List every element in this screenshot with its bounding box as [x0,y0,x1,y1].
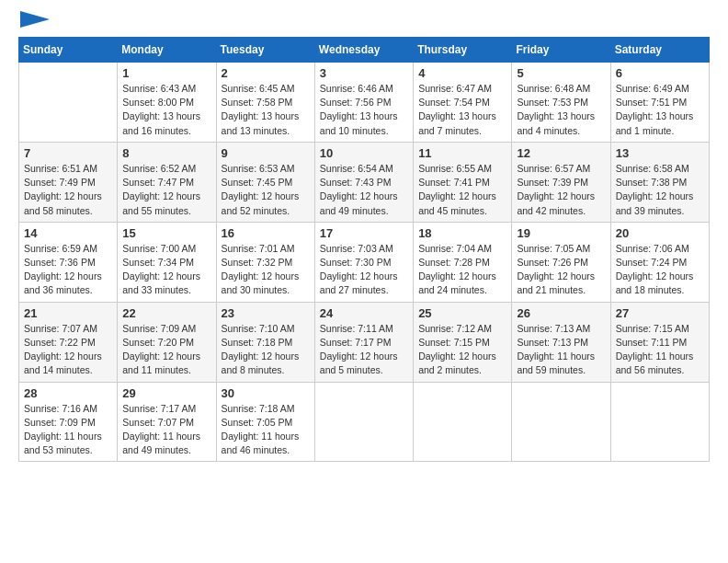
day-number: 8 [122,146,210,160]
day-info: Sunrise: 7:05 AMSunset: 7:26 PMDaylight:… [517,242,605,298]
day-number: 4 [418,66,506,80]
day-number: 10 [320,146,408,160]
calendar-cell: 25Sunrise: 7:12 AMSunset: 7:15 PMDayligh… [414,302,512,382]
day-info: Sunrise: 7:07 AMSunset: 7:22 PMDaylight:… [24,322,112,378]
calendar-cell: 27Sunrise: 7:15 AMSunset: 7:11 PMDayligh… [610,302,709,382]
day-header-wednesday: Wednesday [314,38,413,63]
day-number: 7 [24,146,112,160]
calendar-cell: 14Sunrise: 6:59 AMSunset: 7:36 PMDayligh… [19,222,118,302]
day-info: Sunrise: 6:59 AMSunset: 7:36 PMDaylight:… [24,242,112,298]
day-number: 14 [24,226,112,240]
calendar-cell: 7Sunrise: 6:51 AMSunset: 7:49 PMDaylight… [19,142,118,222]
day-info: Sunrise: 6:52 AMSunset: 7:47 PMDaylight:… [122,162,210,218]
day-number: 28 [24,386,112,400]
logo-arrow-icon [20,11,50,28]
day-info: Sunrise: 7:01 AMSunset: 7:32 PMDaylight:… [222,242,310,298]
day-info: Sunrise: 7:04 AMSunset: 7:28 PMDaylight:… [418,242,506,298]
calendar-cell: 1Sunrise: 6:43 AMSunset: 8:00 PMDaylight… [118,63,216,143]
calendar-cell: 15Sunrise: 7:00 AMSunset: 7:34 PMDayligh… [118,222,216,302]
calendar-cell: 29Sunrise: 7:17 AMSunset: 7:07 PMDayligh… [118,382,216,462]
day-info: Sunrise: 7:09 AMSunset: 7:20 PMDaylight:… [122,322,210,378]
calendar-cell: 24Sunrise: 7:11 AMSunset: 7:17 PMDayligh… [314,302,413,382]
day-info: Sunrise: 6:58 AMSunset: 7:38 PMDaylight:… [616,162,704,218]
day-number: 3 [320,66,408,80]
svg-marker-0 [20,11,50,28]
day-header-friday: Friday [512,38,610,63]
calendar-cell [610,382,709,462]
header-row: SundayMondayTuesdayWednesdayThursdayFrid… [19,38,710,63]
day-info: Sunrise: 7:00 AMSunset: 7:34 PMDaylight:… [122,242,210,298]
week-row-3: 14Sunrise: 6:59 AMSunset: 7:36 PMDayligh… [19,222,710,302]
day-header-thursday: Thursday [414,38,512,63]
calendar-cell: 11Sunrise: 6:55 AMSunset: 7:41 PMDayligh… [414,142,512,222]
week-row-5: 28Sunrise: 7:16 AMSunset: 7:09 PMDayligh… [19,382,710,462]
calendar-cell: 5Sunrise: 6:48 AMSunset: 7:53 PMDaylight… [512,63,610,143]
day-info: Sunrise: 6:43 AMSunset: 8:00 PMDaylight:… [122,82,210,138]
calendar-cell: 21Sunrise: 7:07 AMSunset: 7:22 PMDayligh… [19,302,118,382]
calendar-cell: 4Sunrise: 6:47 AMSunset: 7:54 PMDaylight… [414,63,512,143]
day-number: 6 [616,66,704,80]
day-info: Sunrise: 7:16 AMSunset: 7:09 PMDaylight:… [24,402,112,458]
day-number: 19 [517,226,605,240]
calendar-cell: 12Sunrise: 6:57 AMSunset: 7:39 PMDayligh… [512,142,610,222]
day-info: Sunrise: 7:10 AMSunset: 7:18 PMDaylight:… [222,322,310,378]
day-number: 24 [320,306,408,320]
day-info: Sunrise: 6:49 AMSunset: 7:51 PMDaylight:… [616,82,704,138]
calendar-cell: 20Sunrise: 7:06 AMSunset: 7:24 PMDayligh… [610,222,709,302]
day-number: 9 [222,146,310,160]
day-info: Sunrise: 7:12 AMSunset: 7:15 PMDaylight:… [418,322,506,378]
day-header-monday: Monday [118,38,216,63]
calendar-cell: 22Sunrise: 7:09 AMSunset: 7:20 PMDayligh… [118,302,216,382]
calendar-cell: 28Sunrise: 7:16 AMSunset: 7:09 PMDayligh… [19,382,118,462]
calendar-cell [19,63,118,143]
week-row-1: 1Sunrise: 6:43 AMSunset: 8:00 PMDaylight… [19,63,710,143]
day-number: 11 [418,146,506,160]
page-header [18,18,710,28]
day-info: Sunrise: 6:53 AMSunset: 7:45 PMDaylight:… [222,162,310,218]
calendar-cell: 30Sunrise: 7:18 AMSunset: 7:05 PMDayligh… [216,382,314,462]
day-info: Sunrise: 6:45 AMSunset: 7:58 PMDaylight:… [222,82,310,138]
calendar-cell: 9Sunrise: 6:53 AMSunset: 7:45 PMDaylight… [216,142,314,222]
calendar-cell [314,382,413,462]
calendar-cell [512,382,610,462]
calendar-cell: 2Sunrise: 6:45 AMSunset: 7:58 PMDaylight… [216,63,314,143]
calendar-cell: 26Sunrise: 7:13 AMSunset: 7:13 PMDayligh… [512,302,610,382]
day-info: Sunrise: 6:46 AMSunset: 7:56 PMDaylight:… [320,82,408,138]
calendar-table: SundayMondayTuesdayWednesdayThursdayFrid… [18,37,710,462]
day-number: 21 [24,306,112,320]
day-header-saturday: Saturday [610,38,709,63]
calendar-cell: 6Sunrise: 6:49 AMSunset: 7:51 PMDaylight… [610,63,709,143]
day-info: Sunrise: 7:03 AMSunset: 7:30 PMDaylight:… [320,242,408,298]
day-info: Sunrise: 6:51 AMSunset: 7:49 PMDaylight:… [24,162,112,218]
day-number: 16 [222,226,310,240]
day-number: 26 [517,306,605,320]
day-info: Sunrise: 7:11 AMSunset: 7:17 PMDaylight:… [320,322,408,378]
calendar-cell: 23Sunrise: 7:10 AMSunset: 7:18 PMDayligh… [216,302,314,382]
day-info: Sunrise: 6:48 AMSunset: 7:53 PMDaylight:… [517,82,605,138]
calendar-cell: 18Sunrise: 7:04 AMSunset: 7:28 PMDayligh… [414,222,512,302]
day-number: 27 [616,306,704,320]
logo [18,18,50,28]
calendar-cell: 19Sunrise: 7:05 AMSunset: 7:26 PMDayligh… [512,222,610,302]
day-number: 25 [418,306,506,320]
day-number: 13 [616,146,704,160]
day-number: 30 [222,386,310,400]
day-info: Sunrise: 7:15 AMSunset: 7:11 PMDaylight:… [616,322,704,378]
day-header-tuesday: Tuesday [216,38,314,63]
day-info: Sunrise: 7:18 AMSunset: 7:05 PMDaylight:… [222,402,310,458]
calendar-cell: 3Sunrise: 6:46 AMSunset: 7:56 PMDaylight… [314,63,413,143]
day-info: Sunrise: 6:55 AMSunset: 7:41 PMDaylight:… [418,162,506,218]
calendar-cell: 16Sunrise: 7:01 AMSunset: 7:32 PMDayligh… [216,222,314,302]
day-info: Sunrise: 6:47 AMSunset: 7:54 PMDaylight:… [418,82,506,138]
day-number: 20 [616,226,704,240]
calendar-cell [414,382,512,462]
day-number: 29 [122,386,210,400]
day-number: 2 [222,66,310,80]
day-number: 23 [222,306,310,320]
day-number: 12 [517,146,605,160]
day-info: Sunrise: 6:54 AMSunset: 7:43 PMDaylight:… [320,162,408,218]
day-info: Sunrise: 7:06 AMSunset: 7:24 PMDaylight:… [616,242,704,298]
day-number: 5 [517,66,605,80]
day-number: 15 [122,226,210,240]
calendar-cell: 17Sunrise: 7:03 AMSunset: 7:30 PMDayligh… [314,222,413,302]
